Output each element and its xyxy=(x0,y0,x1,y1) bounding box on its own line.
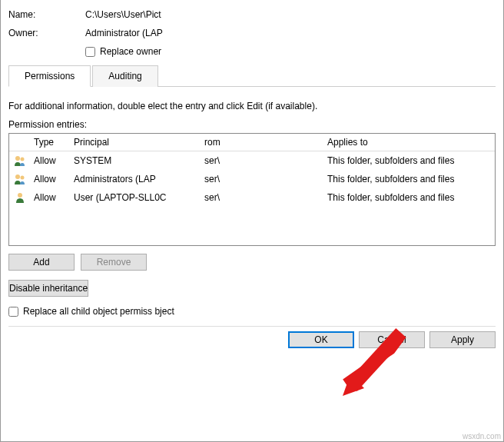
row-type: Allow xyxy=(29,152,69,169)
row-icon-cell xyxy=(9,170,29,188)
svg-point-3 xyxy=(21,176,25,180)
header-spacer xyxy=(9,134,29,151)
table-row[interactable]: Allow SYSTEM ser\ This folder, subfolder… xyxy=(9,151,495,170)
replace-child-label: Replace all child object permiss bject xyxy=(23,306,174,317)
replace-child-checkbox[interactable] xyxy=(8,307,18,317)
svg-point-1 xyxy=(21,158,25,161)
name-value: C:\Users\User\Pict xyxy=(85,9,496,20)
row-type: Allow xyxy=(29,189,69,206)
add-button[interactable]: Add xyxy=(8,254,75,271)
svg-point-2 xyxy=(15,174,20,179)
row-from: ser\ xyxy=(200,171,323,188)
row-from: ser\ xyxy=(200,189,323,206)
row-principal: User (LAPTOP-SLL0C xyxy=(69,189,200,206)
header-applies-to[interactable]: Applies to xyxy=(323,134,495,151)
inheritance-buttons: Disable inheritance xyxy=(8,280,496,297)
disable-inheritance-button[interactable]: Disable inheritance xyxy=(8,280,88,297)
row-from: ser\ xyxy=(200,152,323,169)
tab-permissions[interactable]: Permissions xyxy=(8,65,91,87)
ok-button[interactable]: OK xyxy=(288,331,354,348)
svg-point-4 xyxy=(18,193,22,198)
table-row[interactable]: Allow Administrators (LAP ser\ This fold… xyxy=(9,170,495,188)
row-icon-cell xyxy=(9,151,29,170)
entries-label: Permission entries: xyxy=(8,119,496,130)
replace-child-row: Replace all child object permiss bject xyxy=(8,306,496,317)
svg-point-0 xyxy=(15,156,20,161)
row-principal: Administrators (LAP xyxy=(69,171,200,188)
user-group-icon xyxy=(14,173,26,185)
table-row[interactable]: Allow User (LAPTOP-SLL0C ser\ This folde… xyxy=(9,188,495,207)
table-empty-space xyxy=(9,207,495,245)
row-applies: This folder, subfolders and files xyxy=(323,152,495,169)
header-from[interactable]: rom xyxy=(200,134,323,151)
owner-label: Owner: xyxy=(8,28,85,38)
advanced-security-dialog: Name: C:\Users\User\Pict Owner: Administ… xyxy=(0,0,504,442)
row-icon-cell xyxy=(9,188,29,207)
name-label: Name: xyxy=(8,9,85,20)
user-single-icon xyxy=(14,191,26,204)
user-group-icon xyxy=(14,155,26,167)
entry-buttons: Add Remove xyxy=(8,254,496,271)
instructions-text: For additional information, double elect… xyxy=(8,101,496,111)
remove-button[interactable]: Remove xyxy=(81,254,147,271)
permission-entries-table: Type Principal rom Applies to Allow SYST… xyxy=(8,133,496,246)
replace-owner-label: Replace owner xyxy=(100,46,161,57)
tab-bar: Permissions Auditing xyxy=(8,65,496,87)
owner-row: Owner: Administrator (LAP xyxy=(8,28,496,38)
replace-owner-checkbox[interactable] xyxy=(85,47,95,57)
table-header-row: Type Principal rom Applies to xyxy=(9,134,495,151)
row-applies: This folder, subfolders and files xyxy=(323,189,495,206)
row-principal: SYSTEM xyxy=(69,152,200,169)
tab-auditing[interactable]: Auditing xyxy=(92,65,158,87)
name-row: Name: C:\Users\User\Pict xyxy=(8,9,496,20)
watermark-text: wsxdn.com xyxy=(463,432,501,440)
owner-value: Administrator (LAP xyxy=(85,28,496,38)
row-type: Allow xyxy=(29,171,69,188)
cancel-button[interactable]: Cancel xyxy=(359,331,425,348)
dialog-actions: OK Cancel Apply xyxy=(8,326,496,348)
header-type[interactable]: Type xyxy=(29,134,69,151)
replace-owner-row: Replace owner xyxy=(85,46,496,57)
row-applies: This folder, subfolders and files xyxy=(323,171,495,188)
header-principal[interactable]: Principal xyxy=(69,134,200,151)
apply-button[interactable]: Apply xyxy=(429,331,496,348)
